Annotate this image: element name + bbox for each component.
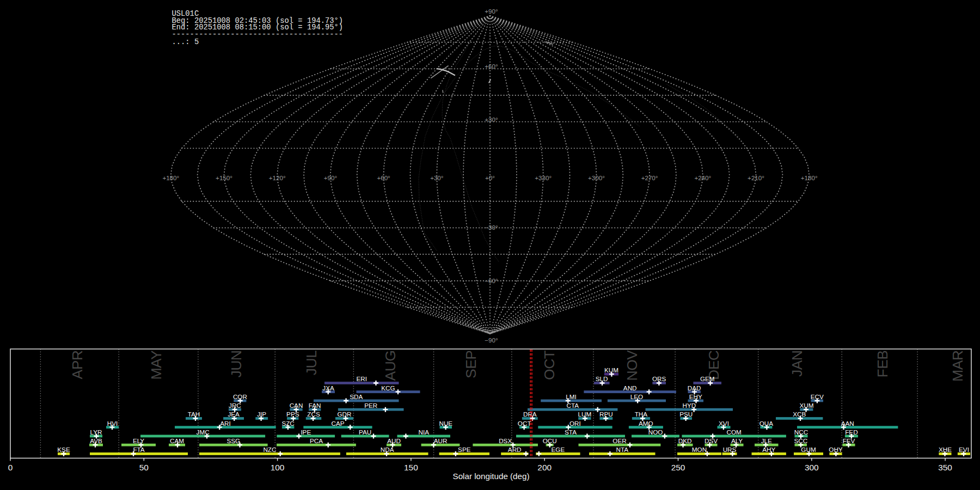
svg-text:ORS: ORS: [652, 375, 666, 382]
svg-text:...: 5: ...: 5: [172, 38, 199, 46]
svg-text:GDR: GDR: [338, 411, 352, 418]
svg-text:NZC: NZC: [263, 446, 276, 453]
svg-text:XUM: XUM: [799, 402, 813, 409]
svg-text:MAR: MAR: [950, 351, 966, 382]
svg-text:AND: AND: [623, 384, 637, 391]
svg-text:FEV: FEV: [843, 437, 855, 444]
svg-text:APR: APR: [69, 351, 85, 379]
svg-text:350: 350: [938, 463, 952, 472]
svg-text:OCT: OCT: [518, 420, 531, 427]
svg-text:PPS: PPS: [286, 411, 299, 418]
svg-text:AVB: AVB: [90, 437, 102, 444]
svg-text:+90°: +90°: [485, 8, 498, 15]
svg-text:SPE: SPE: [458, 446, 471, 453]
svg-text:CAM: CAM: [170, 437, 184, 444]
svg-text:LYR: LYR: [90, 428, 102, 436]
svg-text:OER: OER: [612, 437, 626, 444]
svg-text:AMO: AMO: [639, 420, 653, 427]
svg-text:FTA: FTA: [133, 446, 144, 453]
svg-text:+330°: +330°: [535, 174, 552, 181]
svg-text:+300°: +300°: [588, 174, 605, 181]
svg-text:PER: PER: [364, 402, 377, 409]
svg-text:QUA: QUA: [759, 420, 774, 427]
svg-text:GEM: GEM: [700, 375, 715, 382]
svg-text:150: 150: [404, 463, 418, 472]
svg-text:JRC: JRC: [229, 402, 241, 409]
svg-text:AUD: AUD: [387, 437, 401, 444]
svg-text:NOO: NOO: [648, 428, 663, 436]
svg-text:CTA: CTA: [566, 402, 579, 409]
svg-text:+30°: +30°: [485, 116, 498, 123]
svg-text:JEA: JEA: [228, 411, 240, 418]
svg-text:SEP: SEP: [463, 351, 479, 379]
svg-text:0: 0: [8, 463, 13, 472]
svg-text:STA: STA: [565, 428, 577, 436]
svg-text:300: 300: [805, 463, 819, 472]
svg-text:COR: COR: [233, 393, 247, 400]
svg-text:EHY: EHY: [689, 393, 702, 400]
svg-text:+90°: +90°: [324, 174, 337, 181]
svg-text:FED: FED: [845, 428, 857, 436]
svg-text:OCU: OCU: [543, 437, 557, 444]
svg-text:RPU: RPU: [599, 411, 613, 418]
svg-text:NOV: NOV: [624, 350, 640, 381]
svg-text:KUM: KUM: [604, 366, 618, 373]
svg-text:+270°: +270°: [641, 174, 658, 181]
svg-text:HVI: HVI: [107, 420, 118, 427]
svg-text:XCB: XCB: [793, 411, 806, 418]
svg-text:ERI: ERI: [356, 375, 366, 382]
svg-text:IPE: IPE: [301, 428, 311, 436]
svg-text:PAU: PAU: [359, 428, 371, 436]
svg-text:+30°: +30°: [430, 174, 443, 181]
svg-text:XVI: XVI: [719, 420, 729, 427]
svg-text:+60°: +60°: [377, 174, 390, 181]
svg-text:------------------------------: --------------------------------------: [172, 30, 344, 39]
svg-text:ELY: ELY: [133, 437, 144, 444]
svg-text:JUL: JUL: [303, 351, 320, 376]
svg-text:+60°: +60°: [485, 63, 498, 70]
svg-text:KCG: KCG: [381, 384, 395, 391]
svg-text:LUM: LUM: [578, 411, 591, 418]
svg-text:ARD: ARD: [508, 446, 522, 453]
svg-text:NTA: NTA: [616, 446, 629, 453]
svg-text:JLE: JLE: [761, 437, 772, 444]
svg-text:NUE: NUE: [439, 420, 452, 427]
svg-text:+150°: +150°: [216, 174, 232, 181]
svg-text:SSG: SSG: [226, 437, 240, 444]
svg-text:SZC: SZC: [281, 420, 294, 427]
svg-text:COM: COM: [727, 428, 742, 436]
svg-text:AUG: AUG: [382, 351, 399, 381]
svg-text:SCC: SCC: [794, 437, 807, 444]
svg-text:LMI: LMI: [566, 393, 576, 400]
svg-text:HYD: HYD: [682, 402, 696, 409]
svg-text:THA: THA: [635, 411, 648, 418]
svg-text:+180°: +180°: [162, 174, 179, 181]
svg-text:JMC: JMC: [197, 428, 210, 436]
svg-text:EGE: EGE: [552, 446, 565, 453]
svg-text:MAY: MAY: [148, 350, 164, 380]
svg-text:SLD: SLD: [596, 375, 608, 382]
svg-text:GUM: GUM: [801, 446, 816, 453]
svg-text:CAP: CAP: [331, 420, 344, 427]
svg-text:TAH: TAH: [188, 411, 200, 418]
svg-text:+120°: +120°: [269, 174, 286, 181]
svg-text:OHY: OHY: [829, 446, 843, 453]
svg-text:SDA: SDA: [350, 393, 363, 400]
svg-text:JUN: JUN: [228, 351, 244, 378]
svg-text:200: 200: [537, 463, 552, 472]
svg-text:−30°: −30°: [485, 224, 498, 231]
svg-text:PCA: PCA: [310, 437, 323, 444]
svg-text:+180°: +180°: [801, 174, 818, 181]
svg-text:CAN: CAN: [290, 402, 303, 409]
svg-text:100: 100: [271, 463, 285, 472]
svg-text:−90°: −90°: [485, 336, 498, 344]
svg-text:JIP: JIP: [257, 411, 266, 418]
svg-text:KSE: KSE: [57, 446, 70, 453]
svg-text:AUR: AUR: [434, 437, 448, 444]
svg-text:+0°: +0°: [485, 174, 495, 181]
svg-text:DKD: DKD: [678, 437, 692, 444]
svg-text:+210°: +210°: [748, 174, 764, 181]
svg-text:EVI: EVI: [959, 446, 969, 453]
svg-text:50: 50: [139, 463, 149, 472]
svg-text:250: 250: [671, 463, 685, 472]
